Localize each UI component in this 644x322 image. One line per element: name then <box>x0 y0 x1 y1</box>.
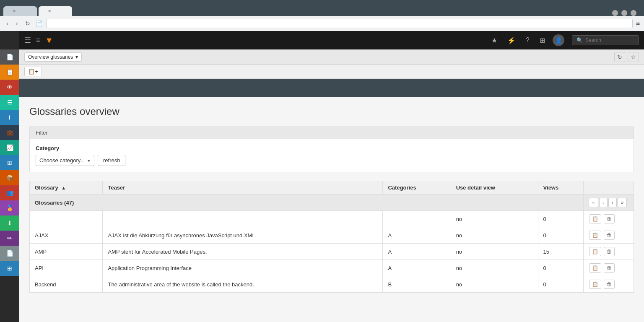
cell-views: 15 <box>538 244 583 260</box>
cell-actions: 📋 🗑 <box>584 276 634 293</box>
group-row: Glossaries (47) « ‹ › » <box>30 195 634 211</box>
breadcrumb-dropdown[interactable]: Overview glossaries ▾ <box>24 52 82 62</box>
sort-asc-icon: ▲ <box>61 185 66 190</box>
col-views: Views <box>538 181 583 195</box>
tab-1-close[interactable]: ✕ <box>13 9 16 13</box>
edit-row-button[interactable]: 📋 <box>589 231 601 240</box>
doc-icon: 📄 <box>6 54 13 60</box>
cell-categories: A <box>383 244 451 260</box>
user-area[interactable]: 👤 <box>553 34 567 46</box>
page-icon: 📄 <box>36 20 43 27</box>
search-box[interactable]: 🔍 <box>572 35 639 45</box>
doc2-icon: 📄 <box>6 250 13 257</box>
lightning-icon[interactable]: ⚡ <box>505 36 518 44</box>
edit-row-button[interactable]: 📋 <box>589 247 601 256</box>
sidebar-item-doc[interactable]: 📄 <box>0 49 19 65</box>
delete-row-button[interactable]: 🗑 <box>604 214 615 223</box>
col-glossary-label: Glossary <box>35 184 58 191</box>
col-glossary[interactable]: Glossary ▲ <box>30 181 103 195</box>
medal-icon: 🏅 <box>6 205 13 211</box>
last-page-button[interactable]: » <box>618 198 627 207</box>
sidebar-item-people[interactable]: 👥 <box>0 185 19 200</box>
eye-icon: 👁 <box>7 84 13 91</box>
sidebar-item-download[interactable]: ⬇ <box>0 216 19 231</box>
cell-actions: 📋 🗑 <box>584 227 634 244</box>
table-row: Backend The administrative area of the w… <box>30 276 634 293</box>
reload-button[interactable]: ↻ <box>23 19 32 28</box>
cell-use-detail: no <box>451 244 538 260</box>
table-row: AJAX AJAX ist die Abkürzung für asynchro… <box>30 227 634 244</box>
clipboard-icon: 📋 <box>6 69 13 75</box>
sidebar-item-briefcase[interactable]: 💼 <box>0 125 19 140</box>
sidebar-item-chart[interactable]: 📈 <box>0 140 19 155</box>
next-page-button[interactable]: › <box>608 198 617 207</box>
table-row: AMP AMP steht für Accelerated Mobile Pag… <box>30 244 634 260</box>
back-button[interactable]: ‹ <box>4 19 10 28</box>
edit-row-button[interactable]: 📋 <box>589 263 601 273</box>
tab-1[interactable]: ✕ <box>3 6 37 16</box>
delete-row-button[interactable]: 🗑 <box>604 280 615 289</box>
sidebar-item-info[interactable]: i <box>0 110 19 125</box>
delete-row-button[interactable]: 🗑 <box>604 247 615 256</box>
glossary-table: Glossary ▲ Teaser Categories <box>29 181 634 293</box>
filter-refresh-button[interactable]: refresh <box>98 155 125 166</box>
breadcrumb-bar: Overview glossaries ▾ ↻ ☆ <box>19 49 644 65</box>
table-row: no 0 📋 🗑 <box>30 211 634 227</box>
chart-icon: 📈 <box>6 144 13 151</box>
edit-row-button[interactable]: 📋 <box>589 280 601 289</box>
sidebar-item-clipboard[interactable]: 📋 <box>0 65 19 80</box>
sidebar-item-grid[interactable]: ⊞ <box>0 261 19 276</box>
prev-page-button[interactable]: ‹ <box>599 198 608 207</box>
first-page-button[interactable]: « <box>589 198 598 207</box>
filter-section: Filter Category Choose category... A B C <box>29 126 634 172</box>
cell-categories: A <box>383 227 451 244</box>
favorites-icon[interactable]: ★ <box>489 36 500 44</box>
briefcase-icon: 💼 <box>6 129 13 136</box>
sidebar-item-edit[interactable]: ✏ <box>0 231 19 246</box>
cell-categories <box>383 211 451 227</box>
edit-row-button[interactable]: 📋 <box>589 214 601 223</box>
sidebar-item-list[interactable]: ☰ <box>0 95 19 110</box>
sidebar-item-medal[interactable]: 🏅 <box>0 200 19 216</box>
edit-icon: ✏ <box>7 235 12 242</box>
cell-glossary <box>30 211 103 227</box>
tab-2[interactable]: ✕ <box>39 6 72 16</box>
sidebar-item-box[interactable]: 📦 <box>0 170 19 185</box>
col-teaser-label: Teaser <box>108 184 125 191</box>
sidebar-item-doc2[interactable]: 📄 <box>0 246 19 261</box>
info-icon: i <box>9 114 10 121</box>
filter-header[interactable]: Filter <box>30 126 634 139</box>
pagination: « ‹ › » <box>589 198 628 207</box>
search-input[interactable] <box>585 37 631 43</box>
cell-categories: A <box>383 260 451 276</box>
refresh-breadcrumb-button[interactable]: ↻ <box>614 52 625 62</box>
help-icon[interactable]: ? <box>523 36 532 44</box>
tab-2-close[interactable]: ✕ <box>48 9 51 13</box>
address-bar: ‹ › ↻ 📄 ≡ <box>0 16 644 31</box>
nav-list-icon[interactable]: ≡ <box>36 36 40 44</box>
delete-row-button[interactable]: 🗑 <box>604 263 615 273</box>
cell-use-detail: no <box>451 260 538 276</box>
forward-button[interactable]: › <box>14 19 20 28</box>
star-breadcrumb-button[interactable]: ☆ <box>628 52 639 62</box>
add-glossary-button[interactable]: 📋+ <box>24 67 42 76</box>
delete-row-button[interactable]: 🗑 <box>604 231 615 240</box>
cell-views: 0 <box>538 211 583 227</box>
hamburger-menu[interactable]: ☰ <box>24 36 31 45</box>
filter-category-label: Category <box>36 145 628 151</box>
tab-bar: ✕ ✕ <box>0 0 644 16</box>
category-select[interactable]: Choose category... A B C <box>36 155 94 166</box>
cell-use-detail: no <box>451 211 538 227</box>
cell-glossary: AJAX <box>30 227 103 244</box>
cell-teaser <box>103 211 383 227</box>
sidebar-item-eye[interactable]: 👁 <box>0 80 19 95</box>
search-icon: 🔍 <box>576 37 583 43</box>
url-input[interactable] <box>46 19 632 28</box>
category-select-wrapper: Choose category... A B C <box>36 155 94 166</box>
group-label: Glossaries (47) <box>30 195 584 211</box>
browser-menu-icon[interactable]: ≡ <box>636 20 640 27</box>
cell-views: 0 <box>538 260 583 276</box>
grid-nav-icon[interactable]: ⊞ <box>537 36 548 44</box>
sidebar-item-table[interactable]: ⊞ <box>0 155 19 170</box>
cell-teaser: Application Programming Interface <box>103 260 383 276</box>
